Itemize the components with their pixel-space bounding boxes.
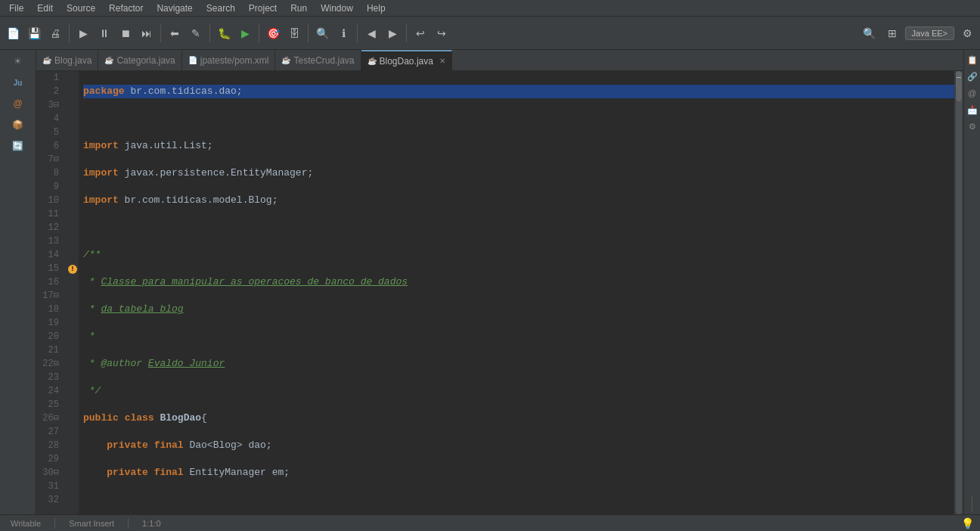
right-panel-btn1[interactable]: 📋: [966, 53, 979, 67]
search-tool-btn[interactable]: 🔍: [860, 23, 879, 43]
tab-blog-java-label: Blog.java: [54, 55, 91, 66]
line-num-2: 2: [36, 85, 62, 98]
gutter-icon-sun[interactable]: ☀: [10, 53, 26, 70]
gutter-icon-refresh[interactable]: 🔄: [10, 138, 26, 154]
code-content[interactable]: package br.com.tidicas.dao; import java.…: [79, 71, 954, 514]
status-position: 1:1:0: [138, 519, 165, 528]
menu-project[interactable]: Project: [243, 2, 283, 15]
right-panel: 📋 🔗 @ 📩 ⚙: [963, 50, 980, 514]
line-num-13: 13: [36, 234, 62, 248]
line-num-15: 15: [36, 262, 62, 275]
menu-navigate[interactable]: Navigate: [150, 2, 198, 15]
status-light-icon: 💡: [961, 517, 974, 529]
tab-blogdao-java-icon: ☕: [368, 57, 377, 65]
menu-search[interactable]: Search: [200, 2, 241, 15]
menu-bar: File Edit Source Refactor Navigate Searc…: [0, 0, 980, 17]
right-panel-btn4[interactable]: 📩: [966, 103, 979, 116]
perspective-config-btn[interactable]: ⚙: [957, 23, 977, 43]
tab-testecrud-java-icon: ☕: [281, 56, 290, 64]
line-num-9: 9: [36, 180, 62, 194]
mark-btn[interactable]: ✎: [186, 23, 206, 43]
line-num-17: 17⊟: [36, 289, 62, 303]
scrollbar[interactable]: [954, 71, 963, 514]
menu-window[interactable]: Window: [315, 2, 359, 15]
menu-source[interactable]: Source: [60, 2, 101, 15]
sep6: [357, 24, 358, 42]
toolbar: 📄 💾 🖨 ▶ ⏸ ⏹ ⏭ ⬅ ✎ 🐛 ▶ 🎯 🗄 🔍 ℹ ◀ ▶ ↩ ↪ 🔍 …: [0, 17, 980, 50]
line-num-10: 10: [36, 194, 62, 207]
line-num-30: 30⊟: [36, 466, 62, 480]
line-num-23: 23: [36, 371, 62, 384]
gutter-icon-box[interactable]: 📦: [10, 116, 26, 133]
search-btn[interactable]: 🔍: [312, 23, 332, 43]
perspective-switch-btn[interactable]: ⊞: [882, 23, 902, 43]
scrollbar-thumb[interactable]: [956, 71, 962, 101]
status-sep1: [54, 518, 55, 529]
pause-btn[interactable]: ⏸: [95, 23, 114, 43]
info-btn[interactable]: ℹ: [333, 23, 353, 43]
step-btn[interactable]: ⏭: [137, 23, 157, 43]
tab-blogdao-java[interactable]: ☕ BlogDao.java ✕: [361, 50, 452, 71]
menu-refactor[interactable]: Refactor: [103, 2, 149, 15]
menu-edit[interactable]: Edit: [31, 2, 59, 15]
line-num-19: 19: [36, 316, 62, 330]
fwd-btn[interactable]: ↪: [432, 23, 451, 43]
right-panel-btn3[interactable]: @: [966, 86, 979, 100]
line-num-22: 22⊟: [36, 357, 62, 371]
perspective-label[interactable]: Java EE>: [905, 26, 954, 40]
menu-help[interactable]: Help: [361, 2, 392, 15]
line-num-8: 8: [36, 166, 62, 180]
run2-btn[interactable]: ▶: [235, 23, 255, 43]
scrollbar-track: [956, 71, 962, 514]
cursor-btn[interactable]: ⬅: [165, 23, 185, 43]
status-bar: Writable Smart Insert 1:1:0 💡: [0, 514, 980, 531]
line-num-18: 18: [36, 303, 62, 316]
sep2: [160, 24, 161, 42]
warning-marker: !: [68, 262, 77, 275]
code-line-10: *: [83, 330, 954, 343]
stop-btn[interactable]: ⏹: [116, 23, 135, 43]
target-btn[interactable]: 🎯: [263, 23, 283, 43]
menu-run[interactable]: Run: [284, 2, 313, 15]
right-panel-btn2[interactable]: 🔗: [966, 70, 979, 83]
line-num-3: 3⊟: [36, 98, 62, 112]
line-num-28: 28: [36, 439, 62, 452]
line-num-26: 26⊟: [36, 411, 62, 425]
gutter-icon-at[interactable]: @: [10, 95, 26, 112]
line-num-32: 32: [36, 493, 62, 507]
new-btn[interactable]: 📄: [3, 23, 23, 43]
sep4: [259, 24, 259, 42]
code-line-6: [83, 221, 954, 234]
tab-testecrud-java[interactable]: ☕ TesteCrud.java: [275, 50, 361, 71]
line-num-31: 31: [36, 480, 62, 493]
prev-btn[interactable]: ◀: [361, 23, 381, 43]
code-line-7: /**: [83, 248, 954, 262]
back-btn[interactable]: ↩: [411, 23, 430, 43]
code-line-5: import br.com.tidicas.model.Blog;: [83, 194, 954, 207]
next-btn[interactable]: ▶: [383, 23, 402, 43]
tab-categoria-java[interactable]: ☕ Categoria.java: [98, 50, 181, 71]
left-gutter-panel: ☀ Ju @ 📦 🔄: [0, 50, 36, 514]
marker-gutter: !: [67, 71, 79, 514]
line-num-29: 29: [36, 452, 62, 466]
db-btn[interactable]: 🗄: [284, 23, 304, 43]
code-line-13: public class BlogDao{: [83, 411, 954, 425]
line-num-7: 7⊟: [36, 153, 62, 166]
debug-btn[interactable]: 🐛: [214, 23, 234, 43]
run-btn[interactable]: ▶: [73, 23, 93, 43]
tab-blog-java[interactable]: ☕ Blog.java: [36, 50, 98, 71]
menu-file[interactable]: File: [3, 2, 29, 15]
gutter-icon-ju[interactable]: Ju: [10, 74, 26, 91]
save-btn[interactable]: 💾: [24, 23, 44, 43]
line-num-16: 16: [36, 275, 62, 289]
line-num-20: 20: [36, 330, 62, 343]
status-sep2: [128, 518, 129, 529]
tab-pom-xml[interactable]: 📄 jpateste/pom.xml: [182, 50, 276, 71]
line-num-27: 27: [36, 425, 62, 439]
tab-pom-xml-label: jpateste/pom.xml: [200, 55, 269, 66]
sep3: [209, 24, 210, 42]
right-panel-btn5[interactable]: ⚙: [966, 120, 979, 133]
tab-categoria-java-icon: ☕: [104, 56, 113, 64]
print-btn[interactable]: 🖨: [45, 23, 65, 43]
tab-blogdao-close-icon[interactable]: ✕: [439, 57, 445, 65]
